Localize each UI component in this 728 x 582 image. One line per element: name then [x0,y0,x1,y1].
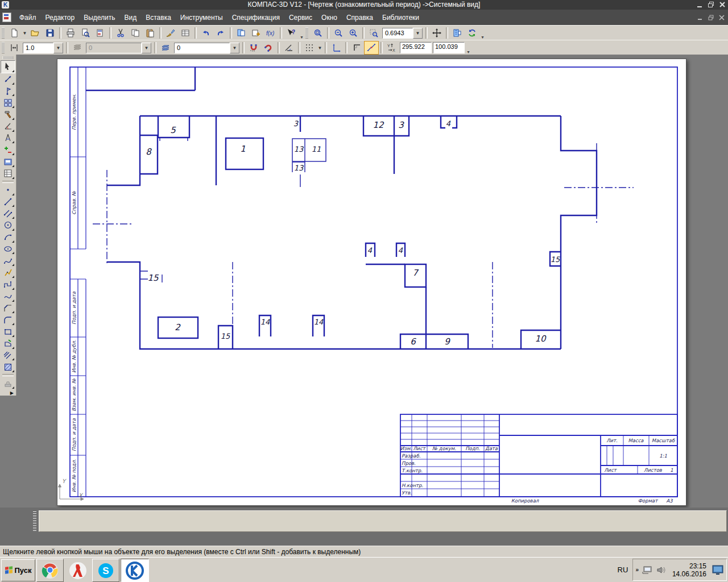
fillet-tool[interactable] [1,314,15,326]
step-value[interactable]: 1.0 [23,43,53,53]
view-tool[interactable] [1,156,15,168]
new-document-dropdown[interactable]: ▼ [22,27,28,39]
constraint-tool[interactable] [1,144,15,156]
restore-button[interactable] [708,1,714,8]
fragment-tool[interactable] [1,97,15,109]
print-preview-button[interactable] [78,26,93,40]
toolbar-grip[interactable] [305,27,308,39]
parallel-segment-tool[interactable] [1,207,15,219]
drawing-canvas[interactable]: Перв. примен. Справ. № Подп. и дата Инв.… [57,59,686,505]
ortho-button[interactable] [349,41,364,55]
cut-button[interactable] [113,26,128,40]
curve-tool[interactable] [1,290,15,302]
coordinate-x-field[interactable]: 295.922 [400,42,432,53]
page-setup-button[interactable] [93,26,107,40]
layer-b-combo[interactable]: 0 ▼ [174,43,239,53]
menu-insert[interactable]: Вставка [141,11,176,24]
menu-view[interactable]: Вид [120,11,142,24]
menu-help[interactable]: Справка [342,11,378,24]
annotation-tool[interactable] [1,85,15,97]
menu-editor[interactable]: Редактор [41,11,80,24]
floor-plan-walls[interactable] [86,67,597,349]
panel-expand-arrow[interactable]: ▶ [10,390,16,396]
menu-libraries[interactable]: Библиотеки [378,11,424,24]
minimize-button[interactable] [696,1,703,8]
parametric-tool[interactable] [1,120,15,132]
toolbar-grip[interactable] [2,42,5,53]
layers-icon[interactable] [158,41,173,55]
multiline-tool[interactable] [1,350,15,361]
segment-tool[interactable] [1,196,15,208]
language-indicator[interactable]: RU [618,566,628,574]
property-bar-grip[interactable] [33,512,36,531]
copy-button[interactable] [128,26,143,40]
lightning-polyline-tool[interactable] [1,267,15,278]
open-button[interactable] [28,26,43,40]
snap-points-button[interactable] [364,41,379,55]
undo-button[interactable] [198,26,213,40]
select-tool[interactable] [1,60,15,73]
clock[interactable]: 23:15 14.06.2016 [672,562,706,578]
panel-grip[interactable] [3,56,13,59]
snap-magnet-button[interactable] [246,41,261,55]
yandex-taskbar-button[interactable] [65,559,91,582]
volume-icon[interactable] [656,565,667,575]
zoom-scale-combo[interactable]: 0.6943 ▼ [382,28,423,39]
new-document-button[interactable] [7,26,22,40]
floor-plan-details[interactable] [140,138,326,282]
paste-button[interactable] [143,26,158,40]
ellipse-tool[interactable] [1,243,15,255]
child-minimize-button[interactable] [697,13,703,23]
close-button[interactable] [719,1,726,8]
circle-tool[interactable] [1,219,15,231]
kompas-taskbar-button[interactable] [121,559,149,582]
layer-b-value[interactable]: 0 [174,43,230,53]
start-button[interactable]: Пуск [1,559,35,581]
contour-tool[interactable] [1,338,15,350]
property-bar[interactable] [39,510,727,532]
local-cs-button[interactable] [329,41,344,55]
new-window-button[interactable] [249,26,263,40]
child-restore-button[interactable] [708,13,714,23]
grid-button[interactable] [302,41,317,55]
zoom-area-button[interactable] [366,26,381,40]
copy-properties-button[interactable] [163,26,178,40]
measure-tool[interactable] [1,132,15,144]
pan-button[interactable] [429,26,444,40]
ortho-polyline-tool[interactable] [1,278,15,290]
tray-chevron-icon[interactable]: » [635,567,639,573]
spec-tool[interactable] [1,168,15,180]
toolbar-grip[interactable] [2,27,5,39]
coordinate-y-field[interactable]: 100.039 [433,42,465,53]
save-button[interactable] [43,26,57,40]
child-close-button[interactable] [719,13,725,23]
menu-tools[interactable]: Инструменты [176,11,228,24]
zoom-scale-dropdown[interactable]: ▼ [413,28,423,39]
spline-tool[interactable] [1,255,15,267]
perpendicular-button[interactable] [282,41,296,55]
zoom-selected-button[interactable] [311,26,325,40]
zoom-scale-value[interactable]: 0.6943 [382,28,413,39]
chrome-taskbar-button[interactable] [36,559,64,582]
drawing-sheet[interactable]: Перв. примен. Справ. № Подп. и дата Инв.… [57,59,686,506]
show-all-button[interactable] [450,26,465,40]
window-layout-button[interactable] [234,26,249,40]
zoom-in-button[interactable] [346,26,361,40]
display-icon[interactable] [712,564,724,576]
grid-dropdown[interactable]: ▼ [317,41,323,54]
properties-table-button[interactable] [178,26,193,40]
rectangle-tool[interactable] [1,326,15,338]
formula-button[interactable]: f(x) [263,26,278,40]
hatch-tool[interactable] [1,361,15,373]
redo-button[interactable] [213,26,228,40]
step-dropdown[interactable]: ▼ [53,43,63,53]
help-cursor-button[interactable]: ? [284,26,299,40]
chamfer-tool[interactable] [1,302,15,314]
menu-file[interactable]: Файл [15,11,41,24]
document-icon[interactable] [2,13,11,22]
zoom-out-button[interactable] [331,26,346,40]
step-combo[interactable]: 1.0 ▼ [23,43,63,53]
dimension-tool[interactable] [1,73,15,85]
refresh-button[interactable] [465,26,479,40]
edit-tool[interactable] [1,109,15,120]
